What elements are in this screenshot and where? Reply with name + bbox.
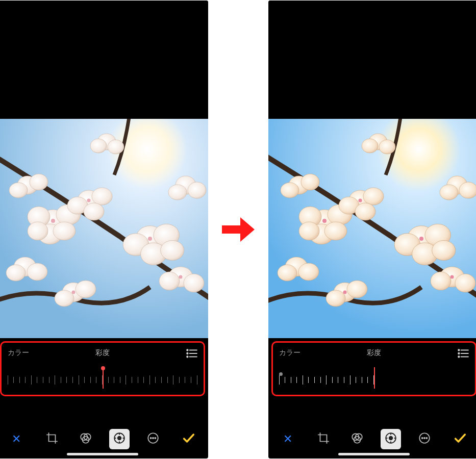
svg-point-31 [55, 290, 74, 307]
more-button[interactable] [414, 429, 435, 449]
svg-point-37 [148, 237, 152, 241]
svg-point-24 [184, 274, 204, 292]
list-icon[interactable] [185, 347, 198, 362]
svg-point-27 [27, 263, 47, 280]
saturation-slider[interactable] [8, 367, 197, 388]
confirm-button[interactable] [179, 429, 199, 449]
svg-point-109 [389, 437, 392, 440]
svg-point-6 [53, 222, 76, 240]
adjust-button[interactable] [381, 429, 401, 449]
svg-point-13 [30, 174, 48, 190]
confirm-button[interactable] [450, 429, 470, 449]
filters-button[interactable] [76, 429, 96, 449]
svg-point-73 [281, 183, 299, 198]
adjust-param-label: 彩度 [95, 348, 110, 358]
svg-point-58 [155, 438, 156, 439]
svg-point-72 [301, 174, 319, 190]
svg-point-117 [426, 438, 427, 439]
svg-point-25 [159, 272, 180, 290]
svg-point-38 [71, 291, 75, 294]
slider-indicator[interactable] [103, 367, 104, 389]
svg-point-93 [362, 139, 378, 153]
check-icon [453, 431, 467, 447]
svg-point-45 [187, 356, 188, 357]
svg-point-57 [152, 438, 153, 439]
svg-point-50 [117, 437, 121, 440]
svg-point-28 [6, 265, 26, 281]
svg-point-115 [421, 438, 422, 439]
svg-point-11 [84, 203, 104, 220]
more-icon [418, 431, 431, 447]
photo-preview[interactable] [0, 119, 208, 338]
home-indicator[interactable] [338, 453, 410, 455]
svg-point-9 [92, 188, 112, 205]
svg-point-70 [355, 203, 375, 220]
phone-screen-right: カラー 彩度 ✕ [268, 1, 477, 458]
svg-point-87 [278, 265, 297, 281]
crop-button[interactable] [42, 429, 62, 449]
svg-point-43 [187, 349, 188, 350]
svg-point-80 [459, 182, 477, 198]
svg-point-19 [160, 240, 184, 260]
svg-point-33 [108, 140, 124, 154]
svg-point-89 [347, 280, 367, 298]
adjust-category-label: カラー [279, 348, 300, 358]
more-button[interactable] [143, 429, 163, 449]
svg-point-44 [187, 353, 188, 354]
svg-point-83 [455, 274, 475, 292]
svg-point-98 [450, 275, 454, 279]
svg-point-35 [51, 219, 55, 223]
filters-button[interactable] [347, 429, 367, 449]
filters-icon [350, 431, 364, 447]
adjust-icon [113, 431, 126, 447]
svg-point-7 [28, 222, 48, 240]
svg-point-97 [343, 291, 346, 294]
svg-point-66 [299, 222, 319, 240]
crop-icon [45, 431, 59, 447]
svg-point-36 [87, 199, 90, 202]
crop-button[interactable] [313, 429, 334, 449]
slider-indicator[interactable] [374, 367, 375, 389]
check-icon [182, 431, 196, 447]
svg-point-84 [431, 272, 451, 290]
svg-point-86 [298, 263, 319, 280]
cancel-button[interactable]: ✕ [278, 429, 298, 449]
home-indicator[interactable] [67, 453, 138, 455]
list-icon[interactable] [457, 347, 470, 362]
svg-point-30 [76, 280, 96, 298]
more-icon [146, 431, 160, 447]
svg-point-90 [326, 290, 345, 307]
adjust-icon [384, 431, 397, 447]
svg-point-103 [458, 353, 459, 354]
status-blackout [0, 1, 208, 119]
arrow-icon [220, 212, 256, 247]
filters-icon [79, 431, 92, 447]
svg-point-96 [419, 237, 423, 241]
adjust-param-label: 彩度 [367, 348, 381, 358]
adjust-category-label: カラー [8, 348, 29, 358]
svg-point-39 [179, 275, 182, 279]
cancel-button[interactable]: ✕ [6, 429, 27, 449]
svg-point-56 [150, 438, 151, 439]
svg-point-22 [168, 185, 187, 200]
svg-point-78 [432, 240, 455, 260]
svg-point-92 [379, 140, 395, 154]
photo-preview[interactable] [268, 119, 477, 338]
crop-icon [317, 431, 330, 447]
svg-point-116 [423, 438, 424, 439]
svg-point-95 [358, 199, 362, 202]
phone-screen-left: カラー 彩度 ✕ [0, 1, 208, 458]
svg-point-65 [324, 222, 347, 240]
svg-point-94 [322, 219, 327, 223]
svg-point-81 [440, 185, 458, 200]
comparison-layout: カラー 彩度 ✕ [0, 1, 476, 458]
svg-point-104 [458, 356, 459, 357]
svg-point-34 [90, 139, 107, 153]
svg-point-21 [188, 182, 206, 198]
saturation-slider[interactable] [279, 367, 469, 388]
adjust-panel: カラー 彩度 [271, 341, 477, 396]
adjust-panel: カラー 彩度 [0, 341, 205, 396]
svg-point-14 [9, 183, 28, 198]
status-blackout [268, 1, 477, 119]
adjust-button[interactable] [109, 429, 130, 449]
